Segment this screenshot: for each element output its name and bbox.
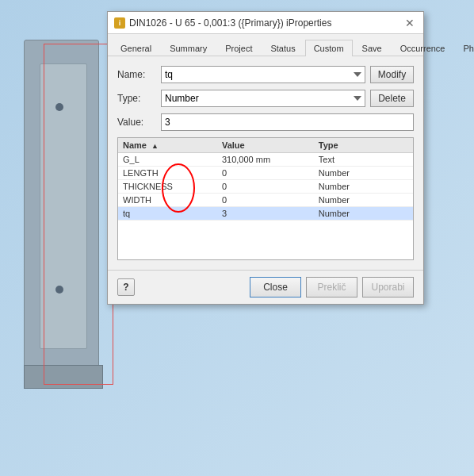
cell-name: G_L	[118, 153, 217, 167]
value-label: Value:	[117, 117, 161, 128]
footer-left: ?	[117, 278, 135, 296]
table-header-row: Name ▲ Value Type	[118, 138, 413, 153]
cell-type: Text	[314, 153, 381, 167]
col-extra1	[381, 138, 397, 153]
cell-name: tq	[118, 207, 217, 221]
tab-save[interactable]: Save	[354, 40, 391, 56]
close-icon[interactable]: ✕	[403, 16, 417, 30]
name-select[interactable]: tq	[161, 66, 365, 83]
modify-button[interactable]: Modify	[370, 66, 414, 83]
table-row[interactable]: WIDTH 0 Number	[118, 194, 413, 207]
dialog-title: DIN1026 - U 65 - 0,001:3 ({Primary}) iPr…	[129, 17, 331, 29]
properties-dialog: i DIN1026 - U 65 - 0,001:3 ({Primary}) i…	[107, 11, 424, 305]
value-input-wrapper	[161, 113, 414, 131]
tab-physical[interactable]: Physical	[454, 40, 474, 56]
type-row: Type: Number Text Yes or No Date Delete	[117, 90, 414, 107]
col-value: Value	[217, 138, 314, 153]
table-body: G_L 310,000 mm Text LENGTH 0 Number	[118, 153, 413, 221]
tab-occurrence[interactable]: Occurrence	[392, 40, 454, 56]
cad-hole-1	[55, 103, 63, 111]
close-button[interactable]: Close	[250, 277, 301, 298]
uporabi-button[interactable]: Uporabi	[362, 277, 414, 298]
cell-name: WIDTH	[118, 194, 217, 207]
cell-type: Number	[314, 207, 381, 221]
table-row[interactable]: THICKNESS 0 Number	[118, 180, 413, 194]
tab-project[interactable]: Project	[216, 40, 261, 56]
prekli-button[interactable]: Preklič	[306, 277, 357, 298]
type-label: Type:	[117, 93, 161, 104]
cell-name: LENGTH	[118, 167, 217, 180]
value-row: Value:	[117, 113, 414, 131]
table-row[interactable]: G_L 310,000 mm Text	[118, 153, 413, 167]
col-name[interactable]: Name ▲	[118, 138, 217, 153]
cad-hole-2	[55, 286, 63, 294]
help-button[interactable]: ?	[117, 278, 135, 296]
title-bar: i DIN1026 - U 65 - 0,001:3 ({Primary}) i…	[108, 12, 423, 34]
cell-value: 0	[217, 180, 314, 194]
cell-type: Number	[314, 194, 381, 207]
col-extra2	[397, 138, 413, 153]
table-row[interactable]: tq 3 Number	[118, 207, 413, 221]
tab-custom[interactable]: Custom	[305, 40, 353, 56]
sort-icon: ▲	[151, 142, 159, 150]
cell-value: 0	[217, 194, 314, 207]
type-select[interactable]: Number Text Yes or No Date	[161, 90, 365, 107]
dialog-content: Name: tq Modify Type: Number Text Yes or…	[108, 56, 423, 270]
tab-status[interactable]: Status	[262, 40, 304, 56]
name-input-wrapper: tq Modify	[161, 66, 414, 83]
cell-value: 0	[217, 167, 314, 180]
delete-button[interactable]: Delete	[370, 90, 414, 107]
col-type: Type	[314, 138, 381, 153]
name-label: Name:	[117, 69, 161, 80]
footer-right: Close Preklič Uporabi	[250, 277, 414, 298]
cad-selection-highlight	[44, 44, 113, 385]
dialog-icon: i	[114, 17, 125, 29]
name-row: Name: tq Modify	[117, 66, 414, 83]
table-row[interactable]: LENGTH 0 Number	[118, 167, 413, 180]
properties-table-container: Name ▲ Value Type G_L 310,000 mm Text	[117, 137, 414, 260]
title-bar-left: i DIN1026 - U 65 - 0,001:3 ({Primary}) i…	[114, 17, 331, 29]
properties-table: Name ▲ Value Type G_L 310,000 mm Text	[118, 138, 413, 221]
cell-name: THICKNESS	[118, 180, 217, 194]
value-input[interactable]	[161, 113, 414, 131]
cell-type: Number	[314, 180, 381, 194]
cell-value: 3	[217, 207, 314, 221]
tab-bar: General Summary Project Status Custom Sa…	[108, 34, 423, 56]
cell-type: Number	[314, 167, 381, 180]
tab-summary[interactable]: Summary	[161, 40, 216, 56]
type-input-wrapper: Number Text Yes or No Date Delete	[161, 90, 414, 107]
dialog-footer: ? Close Preklič Uporabi	[108, 270, 423, 304]
tab-general[interactable]: General	[112, 40, 160, 56]
cell-value: 310,000 mm	[217, 153, 314, 167]
